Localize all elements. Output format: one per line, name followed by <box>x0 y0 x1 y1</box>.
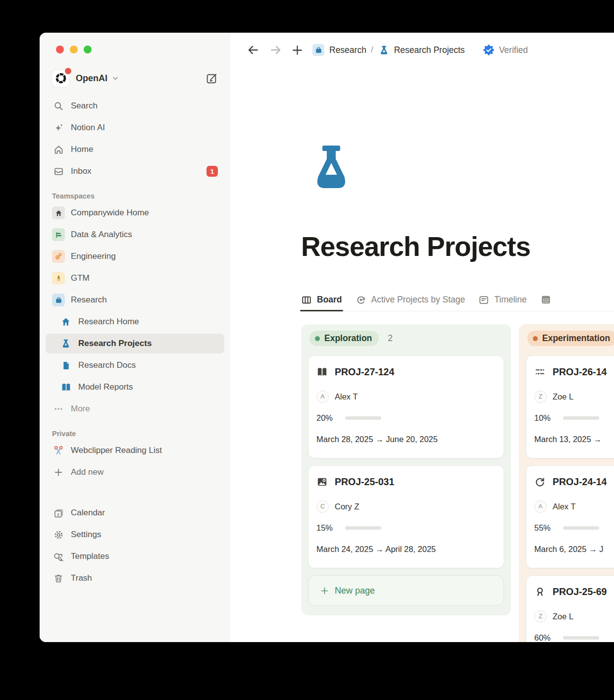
plus-icon <box>52 467 65 477</box>
sidebar-item-companywide-home[interactable]: Companywide Home <box>46 203 224 223</box>
progress-label: 20% <box>316 413 337 423</box>
sidebar-item-label: Model Reports <box>78 382 133 392</box>
progress-bar <box>563 636 599 640</box>
workspace-name: OpenAI <box>76 73 107 84</box>
image-icon <box>316 476 328 488</box>
sidebar-item-research-docs[interactable]: Research Docs <box>46 355 224 375</box>
close-window-button[interactable] <box>56 46 64 53</box>
breadcrumb-research-projects[interactable]: Research Projects <box>394 45 465 55</box>
bar-chart-icon <box>52 228 65 241</box>
project-card[interactable]: PROJ-26-14 Z Zoe L 10% March 13, 2025 → <box>526 355 614 458</box>
briefcase-icon[interactable] <box>312 44 324 56</box>
tab-timeline[interactable]: Timeline <box>478 289 526 311</box>
sidebar-item-gtm[interactable]: GTM <box>46 268 224 288</box>
assignee-name: Cory Z <box>335 502 359 511</box>
sidebar-item-label: More <box>71 404 90 414</box>
calendar-view-icon <box>540 294 552 305</box>
ellipsis-icon <box>52 404 65 414</box>
sidebar-item-search[interactable]: Search <box>46 96 224 116</box>
sidebar-item-notion-ai[interactable]: Notion AI <box>46 118 224 138</box>
assignee-name: Zoe L <box>553 612 573 621</box>
sidebar-item-calendar[interactable]: 3 Calendar <box>46 503 224 523</box>
status-badge[interactable]: Experimentation <box>527 331 614 346</box>
project-card[interactable]: PROJ-25-031 C Cory Z 15% March 24, 2025 … <box>308 465 504 568</box>
progress-bar <box>345 526 381 530</box>
zoom-window-button[interactable] <box>84 46 92 53</box>
workspace-switcher[interactable]: OpenAI <box>46 67 224 89</box>
card-title: PROJ-24-14 <box>553 476 607 488</box>
sidebar-item-templates[interactable]: Templates <box>46 547 224 566</box>
sidebar-item-research[interactable]: Research <box>46 290 224 310</box>
sidebar-item-label: Research Docs <box>78 360 136 370</box>
sidebar-item-data-analytics[interactable]: Data & Analytics <box>46 225 224 245</box>
project-card[interactable]: PROJ-25-69 Z Zoe L 60% <box>526 575 614 642</box>
private-section-label[interactable]: Private <box>52 430 230 438</box>
teamspaces-section-label[interactable]: Teamspaces <box>52 192 230 200</box>
forward-arrow-icon[interactable] <box>269 44 282 56</box>
window-controls <box>40 46 230 53</box>
minimize-window-button[interactable] <box>70 46 78 53</box>
plus-icon[interactable] <box>291 44 304 56</box>
back-arrow-icon[interactable] <box>247 44 259 56</box>
openai-logo <box>52 70 69 87</box>
sidebar-item-label: Notion AI <box>71 123 105 133</box>
sidebar-item-webclipper-reading-list[interactable]: Webclipper Reading List <box>46 441 224 460</box>
templates-icon <box>52 551 65 562</box>
sidebar-item-model-reports[interactable]: Model Reports <box>46 377 224 397</box>
tab-active-projects-by-stage[interactable]: Active Projects by Stage <box>356 289 465 311</box>
card-title: PROJ-26-14 <box>553 366 607 378</box>
sidebar-item-label: Webclipper Reading List <box>71 446 162 455</box>
sidebar-item-engineering[interactable]: Engineering <box>46 247 224 266</box>
tab-label: Active Projects by Stage <box>371 295 465 305</box>
date-range: March 28, 2025 → June 20, 2025 <box>316 435 496 444</box>
cycle-view-icon <box>356 295 366 305</box>
column-count: 2 <box>388 333 393 344</box>
avatar: C <box>316 500 329 513</box>
verified-badge-icon <box>483 44 495 56</box>
page-flask-icon[interactable] <box>311 146 352 192</box>
plus-icon <box>320 586 329 596</box>
sidebar: OpenAI Search Notion AI Home <box>40 33 230 642</box>
main-content: Research / Research Projects Verified Re… <box>230 33 614 642</box>
sidebar-item-research-home[interactable]: Research Home <box>46 312 224 332</box>
tab-label: Timeline <box>494 295 526 305</box>
page-title[interactable]: Research Projects <box>301 231 530 262</box>
board: Exploration 2 PROJ-27-124 A Alex T 20% <box>301 324 614 642</box>
rocket-icon <box>52 272 65 285</box>
document-icon <box>59 361 72 370</box>
sidebar-item-settings[interactable]: Settings <box>46 525 224 545</box>
project-card[interactable]: PROJ-27-124 A Alex T 20% March 28, 2025 … <box>308 355 504 458</box>
open-book-icon <box>316 366 328 378</box>
sidebar-item-label: Trash <box>71 573 92 583</box>
project-card[interactable]: PROJ-24-14 A Alex T 55% March 6, 2025 → … <box>526 465 614 568</box>
sidebar-item-add-new[interactable]: Add new <box>46 462 224 482</box>
sidebar-item-home[interactable]: Home <box>46 140 224 159</box>
inbox-badge: 1 <box>206 166 218 177</box>
sidebar-item-label: Home <box>71 145 93 154</box>
sidebar-item-research-projects[interactable]: Research Projects <box>46 334 224 353</box>
sidebar-item-more[interactable]: More <box>46 399 224 419</box>
new-page-label: New page <box>335 586 375 596</box>
trash-icon <box>52 573 65 583</box>
tab-calendar[interactable] <box>540 289 552 311</box>
breadcrumb-research[interactable]: Research <box>329 45 366 55</box>
flask-icon[interactable] <box>379 45 389 55</box>
sidebar-item-label: Inbox <box>71 166 92 176</box>
assignee-name: Alex T <box>553 502 575 511</box>
tab-board[interactable]: Board <box>301 289 342 311</box>
sidebar-item-inbox[interactable]: Inbox 1 <box>46 161 224 181</box>
search-icon <box>52 101 65 111</box>
status-badge[interactable]: Exploration <box>309 331 379 346</box>
sidebar-item-trash[interactable]: Trash <box>46 568 224 588</box>
new-page-button[interactable]: New page <box>308 575 504 606</box>
column-name: Exploration <box>324 333 372 344</box>
progress-label: 60% <box>534 633 555 643</box>
compose-icon[interactable] <box>205 72 218 85</box>
avatar: A <box>534 500 547 513</box>
gear-icon <box>52 530 65 540</box>
progress-bar <box>563 526 599 530</box>
card-title: PROJ-27-124 <box>335 366 394 378</box>
status-dot-icon <box>315 336 320 341</box>
board-column-experimentation: Experimentation PROJ-26-14 Z Zoe L 10% <box>519 324 614 642</box>
timeline-view-icon <box>478 295 489 305</box>
